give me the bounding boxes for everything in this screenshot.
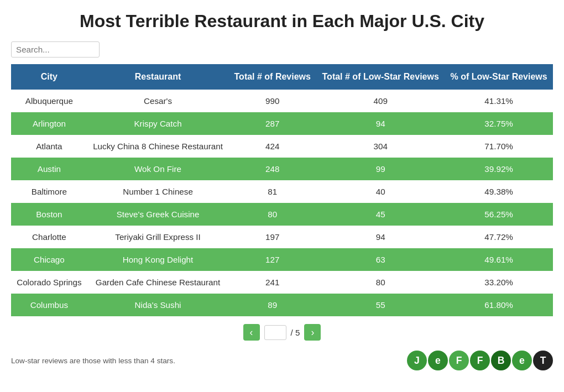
header-pct-low-star: % of Low-Star Reviews [445,64,553,90]
table-row: ColumbusNida's Sushi895561.80% [11,294,553,316]
table-row: BostonSteve's Greek Cuisine804556.25% [11,203,553,226]
footer: Low-star reviews are those with less tha… [11,351,553,370]
table-row: AtlantaLucky China 8 Chinese Restaurant4… [11,135,553,158]
table-row: ArlingtonKrispy Catch2879432.75% [11,112,553,135]
pagination: ‹ 1 / 5 › [11,324,553,341]
search-input[interactable] [11,41,100,58]
page-title: Most Terrible Restaurant in Each Major U… [11,11,553,32]
header-low-star-reviews: Total # of Low-Star Reviews [316,64,445,90]
logo-letter: T [533,351,553,370]
header-restaurant: Restaurant [87,64,229,90]
header-city: City [11,64,87,90]
logo-letter: e [428,351,448,370]
table-row: ChicagoHong Kong Delight1276349.61% [11,248,553,271]
next-page-button[interactable]: › [304,324,321,341]
page-total: / 5 [291,328,300,337]
logo-letter: F [470,351,490,370]
search-container [11,41,553,58]
logo: JeFFBeT [407,351,553,370]
footer-note: Low-star reviews are those with less tha… [11,357,175,365]
page-number-input[interactable]: 1 [264,325,286,340]
table-header-row: City Restaurant Total # of Reviews Total… [11,64,553,90]
header-total-reviews: Total # of Reviews [228,64,316,90]
table-row: BaltimoreNumber 1 Chinese814049.38% [11,180,553,203]
logo-letter: J [407,351,427,370]
table-row: AustinWok On Fire2489939.92% [11,158,553,180]
prev-page-button[interactable]: ‹ [243,324,260,341]
table-row: Colorado SpringsGarden Cafe Chinese Rest… [11,271,553,294]
logo-letter: B [491,351,511,370]
table-body: AlbuquerqueCesar's99040941.31%ArlingtonK… [11,90,553,316]
main-table: City Restaurant Total # of Reviews Total… [11,64,553,316]
logo-letter: F [449,351,469,370]
table-row: AlbuquerqueCesar's99040941.31% [11,90,553,112]
table-row: CharlotteTeriyaki Grill Express II197944… [11,226,553,248]
logo-letter: e [512,351,532,370]
